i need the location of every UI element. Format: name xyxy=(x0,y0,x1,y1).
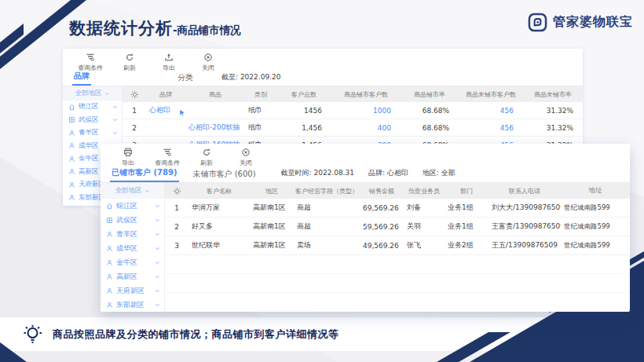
chevron-down-icon xyxy=(112,117,118,122)
cursor-icon xyxy=(178,108,185,115)
sidebar-item-qingyang[interactable]: 青羊区 xyxy=(63,126,122,140)
sidebar-item-jinjiang[interactable]: 锦江区 xyxy=(63,101,122,114)
covered-count-link[interactable]: 1000 xyxy=(331,107,401,115)
person-icon xyxy=(68,168,75,175)
chevron-down-icon xyxy=(104,91,110,97)
chevron-down-icon xyxy=(145,188,150,194)
table-row[interactable]: 1 华润万家 高新南1区 商超 69,569.26 刘备 业务1组 刘大大/13… xyxy=(165,199,630,218)
chevron-down-icon xyxy=(155,274,160,280)
chevron-down-icon xyxy=(155,218,160,223)
panel2-region-sidebar: 全部地区 锦江区 武侯区 青羊区 成华区 金牛区 高新区 天府新区 东部新区 xyxy=(101,183,165,312)
covered-count-link[interactable]: 400 xyxy=(331,124,401,132)
person-icon xyxy=(68,194,75,201)
table-row[interactable]: 3 世纪联华 高新南1区 卖场 49,569.26 张飞 业务2组 王五/139… xyxy=(165,236,630,255)
brand-link[interactable]: 心相印 xyxy=(146,105,185,115)
person-icon xyxy=(68,142,75,149)
uncovered-count-link[interactable]: 456 xyxy=(459,124,523,132)
person-icon xyxy=(106,302,113,309)
refresh-button[interactable]: 刷新 xyxy=(110,53,149,72)
refresh-button[interactable]: 刷新 xyxy=(187,148,226,167)
chevron-down-icon xyxy=(155,260,160,265)
chevron-down-icon xyxy=(155,288,160,294)
page: 数据统计分析-商品铺市情况 管家婆物联宝 查询条件 刷新 导出 关闭 xyxy=(0,0,644,362)
close-button[interactable]: 关闭 xyxy=(226,148,265,167)
table-row[interactable]: 1 心相印 纸巾 1456 1000 68.68% 456 31.32% xyxy=(123,102,583,119)
footer-tip-bar: 商品按照品牌及分类的铺市情况；商品铺市到客户详细情况等 xyxy=(0,316,644,351)
query-conditions-button[interactable]: 查询条件 xyxy=(71,53,110,72)
empty-row xyxy=(165,274,630,293)
table-row[interactable]: 2 心相印-200软抽 纸巾 1,456 400 68.68% 456 31.3… xyxy=(123,119,583,137)
page-title: 数据统计分析-商品铺市情况 xyxy=(69,17,241,39)
filter-icon xyxy=(86,53,95,62)
product-link[interactable]: 心相印-200软抽 xyxy=(185,122,245,133)
sidebar-item-jinniu[interactable]: 金牛区 xyxy=(101,255,164,269)
close-button[interactable]: 关闭 xyxy=(188,53,228,72)
tab-brand[interactable]: 品牌 xyxy=(72,71,91,86)
table-header-row: 客户名称 地区 客户经营字段（类型） 销售金额 负责业务员 部门 联系人电话 地… xyxy=(165,183,630,199)
building-icon xyxy=(106,217,113,224)
brand-logo-icon xyxy=(528,13,547,32)
person-icon xyxy=(106,287,113,294)
home-icon xyxy=(68,104,75,111)
refresh-icon xyxy=(125,53,134,62)
chevron-down-icon xyxy=(155,203,160,209)
as-of-date: 截至时间: 2022.08.31 xyxy=(281,168,354,178)
person-icon xyxy=(68,155,75,163)
sidebar-item-gaoxin[interactable]: 高新区 xyxy=(101,269,164,283)
tab-category[interactable]: 分类 xyxy=(176,72,195,86)
person-icon xyxy=(106,259,113,266)
home-icon xyxy=(106,203,113,210)
sidebar-item-wuhou[interactable]: 武侯区 xyxy=(63,114,122,127)
panel1-tabs: 品牌 分类 截至: 2022.09.20 xyxy=(63,71,583,86)
covered-customers-table: 客户名称 地区 客户经营字段（类型） 销售金额 负责业务员 部门 联系人电话 地… xyxy=(165,183,630,312)
region-dropdown[interactable]: 全部地区 xyxy=(101,183,164,199)
sidebar-item-eastern-new[interactable]: 东部新区 xyxy=(101,298,164,312)
close-icon xyxy=(241,148,251,157)
export-button[interactable]: 导出 xyxy=(149,53,188,72)
building-icon xyxy=(68,116,75,123)
chevron-down-icon xyxy=(155,302,160,308)
brand-logo: 管家婆物联宝 xyxy=(528,13,633,32)
page-title-sub: -商品铺市情况 xyxy=(173,24,241,38)
filter-summary: 截至时间: 2022.08.31 品牌: 心相印 地区: 全部 xyxy=(281,168,456,182)
query-conditions-button[interactable]: 查询条件 xyxy=(148,148,187,167)
region-dropdown[interactable]: 全部地区 xyxy=(63,86,122,101)
close-icon xyxy=(203,53,213,62)
person-icon xyxy=(106,231,113,238)
tab-covered-customers[interactable]: 已铺市客户 (789) xyxy=(110,167,179,182)
brand-filter: 品牌: 心相印 xyxy=(368,168,408,178)
chevron-down-icon xyxy=(112,130,118,136)
panel1-toolbar: 查询条件 刷新 导出 关闭 xyxy=(63,49,583,71)
column-settings-button[interactable] xyxy=(123,90,146,99)
chevron-down-icon xyxy=(155,232,160,237)
sidebar-item-chenghua[interactable]: 成华区 xyxy=(101,241,164,255)
brand-logo-text: 管家婆物联宝 xyxy=(553,14,633,31)
sidebar-item-tianfu-new[interactable]: 天府新区 xyxy=(101,283,164,298)
gear-icon xyxy=(173,187,181,196)
export-icon xyxy=(164,53,174,62)
table-header-row: 品牌 商品 类别 客户总数 商品铺市客户数 商品铺市率 商品未铺市客户数 商品未… xyxy=(123,86,583,102)
person-icon xyxy=(68,181,75,188)
chevron-down-icon xyxy=(155,246,160,251)
panel2-toolbar: 导出 查询条件 刷新 关闭 xyxy=(101,144,630,166)
refresh-icon xyxy=(202,148,211,157)
region-filter: 地区: 全部 xyxy=(423,168,456,178)
page-title-main: 数据统计分析 xyxy=(69,17,173,39)
as-of-date: 截至: 2022.09.20 xyxy=(221,72,280,86)
export-button[interactable]: 导出 xyxy=(108,148,148,167)
sidebar-item-qingyang[interactable]: 青羊区 xyxy=(101,227,164,241)
tab-uncovered-customers[interactable]: 未铺市客户 (600) xyxy=(192,169,258,182)
sidebar-item-jinjiang[interactable]: 锦江区 xyxy=(101,199,164,213)
sidebar-item-wuhou[interactable]: 武侯区 xyxy=(101,213,164,227)
filter-icon xyxy=(163,148,172,157)
person-icon xyxy=(68,130,75,137)
column-settings-button[interactable] xyxy=(165,187,188,196)
table-row[interactable]: 2 好又多 高新南1区 商超 59,569.26 关羽 业务1组 王富贵/139… xyxy=(165,218,630,236)
gear-icon xyxy=(130,90,139,99)
uncovered-count-link[interactable]: 456 xyxy=(459,107,523,115)
footer-tip-text: 商品按照品牌及分类的铺市情况；商品铺市到客户详细情况等 xyxy=(53,327,339,342)
panel2-tabs: 已铺市客户 (789) 未铺市客户 (600) 截至时间: 2022.08.31… xyxy=(101,166,630,183)
person-icon xyxy=(106,273,113,280)
person-icon xyxy=(106,245,113,252)
chevron-down-icon xyxy=(112,104,118,110)
